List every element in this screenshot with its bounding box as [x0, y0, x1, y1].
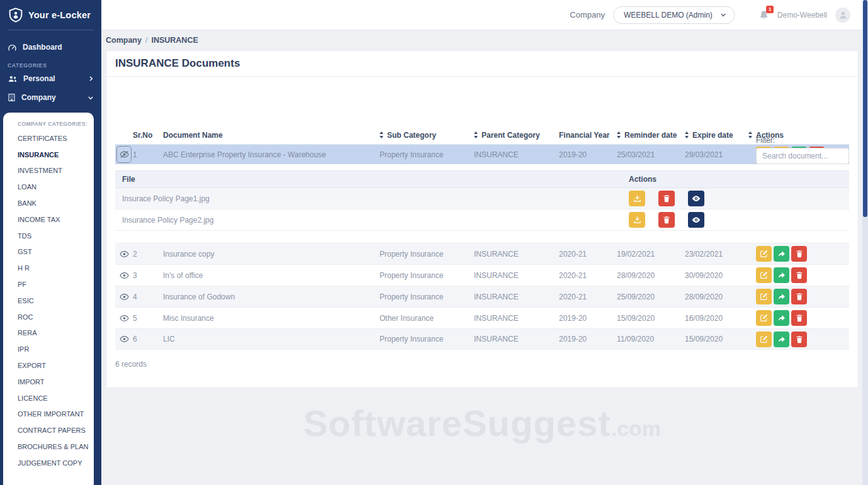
cell-financial-year: 2019-20: [559, 314, 617, 323]
eye-icon: [120, 315, 129, 322]
cell-reminder-date: 25/09/2020: [617, 293, 685, 301]
expand-files-button[interactable]: [120, 272, 129, 279]
filter-block: Filter:: [756, 136, 849, 164]
delete-button[interactable]: [791, 332, 807, 347]
file-view-button[interactable]: [688, 212, 704, 228]
category-item-tds[interactable]: TDS: [3, 228, 94, 244]
notifications-button[interactable]: 1: [758, 9, 769, 21]
column-header-expire-date[interactable]: Expire date: [685, 131, 747, 140]
share-button[interactable]: [774, 289, 789, 304]
share-button[interactable]: [774, 332, 789, 347]
category-item-income-tax[interactable]: INCOME TAX: [3, 211, 94, 228]
table-row: 4 Insurance of Godown Property Insurance…: [115, 286, 849, 307]
user-name[interactable]: Demo-Weebell: [777, 11, 827, 20]
column-header-sub-category[interactable]: Sub Category: [380, 131, 474, 140]
category-item-certificates[interactable]: CERTIFICATES: [3, 130, 94, 147]
sidebar-item-company[interactable]: Company: [0, 88, 101, 107]
file-download-button[interactable]: [629, 212, 645, 228]
avatar[interactable]: [835, 8, 850, 23]
cell-sub-category: Other Insurance: [380, 314, 474, 323]
trash-icon: [796, 293, 803, 301]
delete-button[interactable]: [791, 267, 807, 283]
category-item-esic[interactable]: ESIC: [3, 293, 94, 309]
cell-financial-year: 2020-21: [559, 271, 617, 280]
category-item-hr[interactable]: H R: [3, 260, 94, 276]
category-item-judgement-copy[interactable]: JUDGEMENT COPY: [3, 455, 94, 471]
table-header-row: Sr.No Document Name Sub Category Parent …: [115, 126, 849, 144]
category-item-other-important[interactable]: OTHER IMPORTANT: [3, 406, 94, 423]
scrollbar-thumb[interactable]: [863, 0, 867, 217]
category-item-gst[interactable]: GST: [3, 244, 94, 260]
column-header-parent-category[interactable]: Parent Category: [474, 131, 559, 140]
category-item-bank[interactable]: BANK: [3, 195, 94, 211]
cell-srno: 1: [133, 150, 161, 159]
edit-icon: [760, 335, 768, 343]
share-button[interactable]: [774, 246, 789, 262]
file-actions-column-header: Actions: [629, 175, 849, 184]
breadcrumb-company-link[interactable]: Company: [106, 36, 142, 45]
edit-button[interactable]: [756, 267, 772, 283]
cell-sub-category: Property Insurance: [380, 335, 474, 343]
filter-label: Filter:: [756, 136, 849, 145]
trash-icon: [796, 250, 803, 258]
company-dropdown[interactable]: WEEBELL DEMO (Admin): [613, 6, 735, 24]
documents-card: INSURANCE Documents Filter: Sr.No Docume…: [106, 50, 859, 388]
category-item-rera[interactable]: RERA: [3, 325, 94, 342]
cell-expire-date: 15/09/2020: [685, 335, 747, 343]
search-input[interactable]: [756, 148, 849, 164]
page-scrollbar[interactable]: [862, 0, 868, 485]
cell-expire-date: 29/03/2021: [685, 150, 747, 159]
category-item-loan[interactable]: LOAN: [3, 179, 94, 195]
file-delete-button[interactable]: [658, 191, 675, 206]
delete-button[interactable]: [791, 246, 807, 262]
expand-files-button[interactable]: [120, 315, 129, 322]
category-item-contract-papers[interactable]: CONTRACT PAPERS: [3, 422, 94, 438]
cell-expire-date: 28/09/2020: [685, 293, 747, 301]
company-dropdown-value: WEEBELL DEMO (Admin): [624, 11, 713, 20]
column-header-reminder-date[interactable]: Reminder date: [617, 131, 685, 140]
cell-financial-year: 2019-20: [559, 335, 617, 343]
notification-badge: 1: [766, 6, 773, 13]
delete-button[interactable]: [791, 289, 807, 304]
category-item-ipr[interactable]: IPR: [3, 341, 94, 357]
cell-financial-year: 2020-21: [559, 293, 617, 301]
category-item-export[interactable]: EXPORT: [3, 357, 94, 374]
table-row: 6 LIC Property Insurance INSURANCE 2019-…: [115, 328, 849, 350]
edit-button[interactable]: [756, 310, 772, 326]
card-body: Filter: Sr.No Document Name Sub Category: [106, 126, 858, 384]
delete-button[interactable]: [791, 310, 807, 326]
share-button[interactable]: [774, 310, 789, 326]
category-item-roc[interactable]: ROC: [3, 309, 94, 325]
category-item-investment[interactable]: INVESTMENT: [3, 163, 94, 179]
edit-button[interactable]: [756, 289, 772, 304]
cell-document-name: In's of office: [161, 271, 380, 280]
sidebar-item-personal[interactable]: Personal: [0, 69, 101, 88]
app-logo[interactable]: Your e-Locker: [0, 0, 101, 29]
expand-files-button[interactable]: [120, 335, 129, 343]
category-item-licence[interactable]: LICENCE: [3, 390, 94, 406]
share-button[interactable]: [774, 267, 789, 283]
edit-button[interactable]: [756, 246, 772, 262]
table-row: 1 ABC Enterprise Property Insurance - Wa…: [115, 144, 849, 164]
expand-files-button[interactable]: [120, 250, 129, 258]
category-item-brochures-plan[interactable]: BROCHURES & PLAN: [3, 438, 94, 455]
documents-table: Sr.No Document Name Sub Category Parent …: [115, 126, 849, 350]
cell-parent-category: INSURANCE: [474, 335, 559, 343]
file-download-button[interactable]: [629, 191, 645, 206]
cell-document-name: ABC Enterprise Property Insurance - Ware…: [161, 150, 380, 159]
category-item-import[interactable]: IMPORT: [3, 374, 94, 390]
category-item-insurance[interactable]: INSURANCE: [3, 147, 94, 163]
file-view-button[interactable]: [688, 191, 704, 206]
category-item-pf[interactable]: PF: [3, 276, 94, 293]
expand-files-button[interactable]: [120, 293, 129, 301]
building-icon: [8, 93, 16, 102]
edit-button[interactable]: [756, 332, 772, 347]
cell-reminder-date: 19/02/2021: [617, 250, 685, 259]
chevron-down-icon: [87, 95, 94, 101]
share-arrow-icon: [777, 314, 786, 322]
eye-icon: [120, 250, 129, 258]
collapse-files-button[interactable]: [116, 146, 132, 163]
sidebar-item-dashboard[interactable]: Dashboard: [0, 38, 101, 57]
edit-icon: [760, 271, 768, 279]
file-delete-button[interactable]: [658, 212, 675, 228]
